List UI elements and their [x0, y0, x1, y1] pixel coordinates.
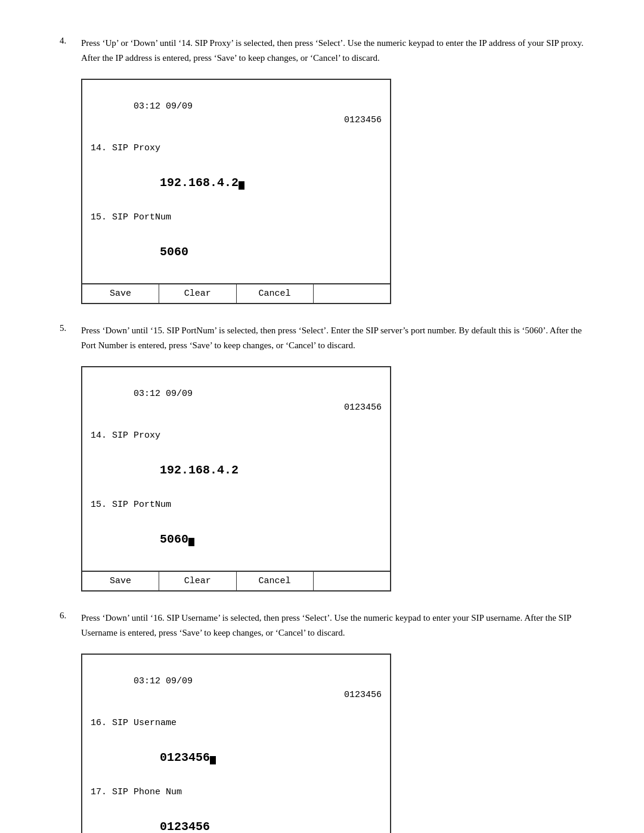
- screen-2-row2-text: 192.168.4.2: [160, 463, 239, 477]
- step-5-number: 5.: [60, 323, 81, 333]
- screen-3-row1: 16. SIP Username: [91, 716, 382, 730]
- screen-1-btn-clear[interactable]: Clear: [159, 284, 236, 303]
- step-4-section: 4. Press ‘Up’ or ‘Down’ until ‘14. SIP P…: [60, 36, 596, 304]
- step-5-paragraph: 5. Press ‘Down’ until ‘15. SIP PortNum’ …: [60, 323, 596, 353]
- screen-2: 03:12 09/09 0123456 14. SIP Proxy 192.16…: [81, 366, 391, 592]
- screen-1-row2: 192.168.4.2: [91, 155, 382, 210]
- screen-1-btn-empty: [314, 284, 390, 303]
- step-6-text: Press ‘Down’ until ‘16. SIP Username’ is…: [81, 611, 596, 640]
- screen-1: 03:12 09/09 0123456 14. SIP Proxy 192.16…: [81, 79, 391, 305]
- screen-2-row2: 192.168.4.2: [91, 442, 382, 498]
- screen-3-row4: 0123456: [91, 799, 382, 833]
- screen-2-header: 03:12 09/09 0123456: [91, 373, 382, 429]
- screen-3-time: 03:12 09/09: [134, 676, 193, 686]
- screen-2-btn-cancel[interactable]: Cancel: [237, 572, 314, 590]
- screen-3-body: 03:12 09/09 0123456 16. SIP Username 012…: [82, 655, 390, 834]
- screen-2-row4-text: 5060: [160, 532, 188, 546]
- screen-1-number: 0123456: [344, 113, 382, 127]
- screen-2-cursor: [188, 538, 194, 546]
- step-5-section: 5. Press ‘Down’ until ‘15. SIP PortNum’ …: [60, 323, 596, 592]
- screen-1-btn-save[interactable]: Save: [82, 284, 159, 303]
- screen-3-row3: 17. SIP Phone Num: [91, 785, 382, 799]
- screen-2-body: 03:12 09/09 0123456 14. SIP Proxy 192.16…: [82, 367, 390, 571]
- screen-1-buttons: Save Clear Cancel: [82, 283, 390, 303]
- screen-3-row2-text: 0123456: [160, 751, 210, 764]
- screen-1-cursor: [239, 181, 244, 190]
- screen-3-cursor: [210, 756, 216, 764]
- step-6-number: 6.: [60, 611, 81, 621]
- step-4-paragraph: 4. Press ‘Up’ or ‘Down’ until ‘14. SIP P…: [60, 36, 596, 66]
- screen-2-buttons: Save Clear Cancel: [82, 571, 390, 590]
- screen-2-row1: 14. SIP Proxy: [91, 429, 382, 442]
- screen-1-body: 03:12 09/09 0123456 14. SIP Proxy 192.16…: [82, 80, 390, 284]
- screen-1-time: 03:12 09/09: [134, 101, 193, 112]
- screen-2-btn-clear[interactable]: Clear: [159, 572, 236, 590]
- screen-1-header: 03:12 09/09 0123456: [91, 86, 382, 141]
- screen-2-row4: 5060: [91, 512, 382, 567]
- screen-1-row1: 14. SIP Proxy: [91, 141, 382, 155]
- screen-3-row4-text: 0123456: [160, 820, 210, 833]
- screen-1-row3: 15. SIP PortNum: [91, 210, 382, 224]
- screen-2-row3: 15. SIP PortNum: [91, 498, 382, 512]
- screen-1-btn-cancel[interactable]: Cancel: [237, 284, 314, 303]
- screen-2-time: 03:12 09/09: [134, 389, 193, 399]
- step-6-section: 6. Press ‘Down’ until ‘16. SIP Username’…: [60, 611, 596, 833]
- screen-2-number: 0123456: [344, 401, 382, 414]
- screen-1-row4: 5060: [91, 224, 382, 280]
- step-6-paragraph: 6. Press ‘Down’ until ‘16. SIP Username’…: [60, 611, 596, 640]
- screen-3: 03:12 09/09 0123456 16. SIP Username 012…: [81, 654, 391, 834]
- step-5-text: Press ‘Down’ until ‘15. SIP PortNum’ is …: [81, 323, 596, 353]
- screen-3-row2: 0123456: [91, 730, 382, 785]
- screen-1-row2-text: 192.168.4.2: [160, 176, 239, 190]
- step-4-text: Press ‘Up’ or ‘Down’ until ‘14. SIP Prox…: [81, 36, 596, 66]
- screen-1-row4-text: 5060: [160, 245, 188, 259]
- screen-3-header: 03:12 09/09 0123456: [91, 661, 382, 716]
- screen-2-btn-save[interactable]: Save: [82, 572, 159, 590]
- step-4-number: 4.: [60, 36, 81, 46]
- screen-3-number: 0123456: [344, 688, 382, 702]
- screen-2-btn-empty: [314, 572, 390, 590]
